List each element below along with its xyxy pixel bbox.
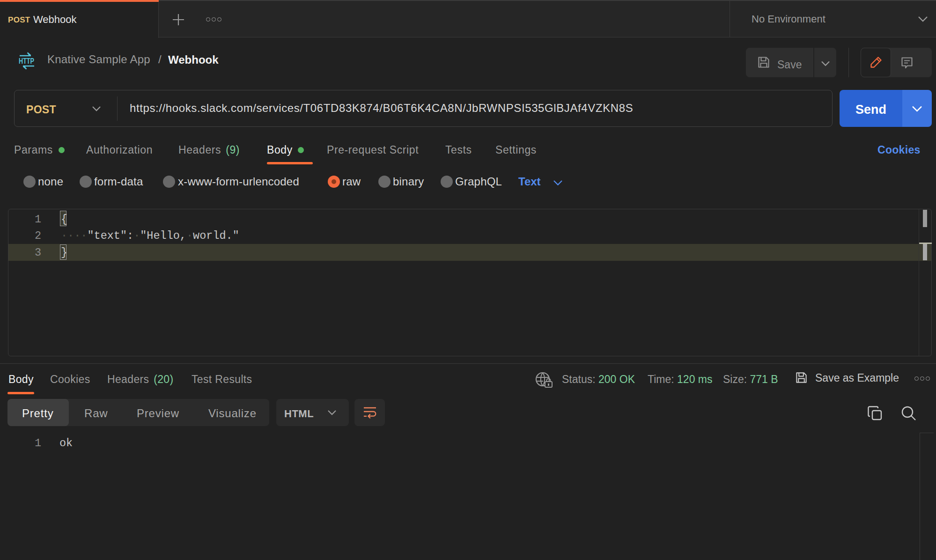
svg-text:HTTP: HTTP xyxy=(19,57,34,66)
